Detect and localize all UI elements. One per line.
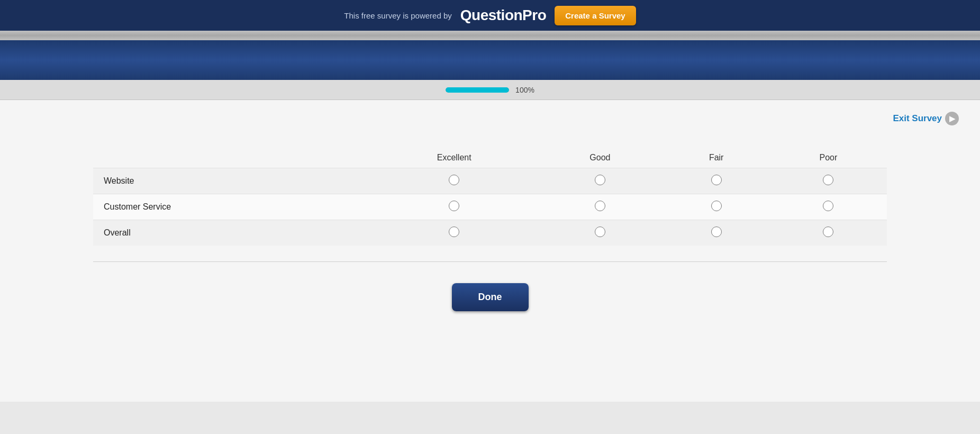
top-banner: This free survey is powered by QuestionP… [0,0,980,31]
radio-poor-0[interactable] [823,175,833,185]
radio-poor-2[interactable] [823,227,833,237]
create-survey-button[interactable]: Create a Survey [555,6,636,25]
divider-line [93,261,887,262]
progress-fill [446,87,509,93]
row-option-cell[interactable] [663,194,769,220]
row-label: Website [93,168,371,194]
radio-excellent-1[interactable] [449,201,459,211]
table-header-row: Excellent Good Fair Poor [93,148,887,168]
survey-content: Exit Survey ▶ Excellent Good Fair Poor W… [0,100,980,402]
row-option-cell[interactable] [371,168,537,194]
header-poor: Poor [770,148,887,168]
row-option-cell[interactable] [663,220,769,246]
header-excellent: Excellent [371,148,537,168]
radio-fair-2[interactable] [711,227,722,237]
row-option-cell[interactable] [537,168,663,194]
row-option-cell[interactable] [770,168,887,194]
row-option-cell[interactable] [770,194,887,220]
gray-band [0,31,980,40]
header-fair: Fair [663,148,769,168]
progress-label: 100% [515,86,534,94]
rating-table: Excellent Good Fair Poor WebsiteCustomer… [93,148,887,246]
brand-name: QuestionPro [460,7,547,24]
radio-fair-0[interactable] [711,175,722,185]
progress-track [446,87,509,93]
row-option-cell[interactable] [770,220,887,246]
radio-poor-1[interactable] [823,201,833,211]
done-btn-wrapper: Done [21,283,959,311]
row-label: Overall [93,220,371,246]
radio-good-2[interactable] [595,227,605,237]
header-row-label [93,148,371,168]
radio-excellent-2[interactable] [449,227,459,237]
radio-fair-1[interactable] [711,201,722,211]
radio-excellent-0[interactable] [449,175,459,185]
row-option-cell[interactable] [371,194,537,220]
progress-area: 100% [0,80,980,100]
done-button[interactable]: Done [452,283,529,311]
exit-arrow-icon: ▶ [945,112,959,125]
header-good: Good [537,148,663,168]
row-option-cell[interactable] [371,220,537,246]
powered-by-text: This free survey is powered by [344,11,451,20]
row-option-cell[interactable] [663,168,769,194]
row-option-cell[interactable] [537,194,663,220]
table-row: Website [93,168,887,194]
table-row: Overall [93,220,887,246]
exit-survey-link[interactable]: Exit Survey ▶ [893,112,959,125]
row-option-cell[interactable] [537,220,663,246]
blue-header-band [0,40,980,80]
exit-survey-text: Exit Survey [893,113,942,124]
radio-good-1[interactable] [595,201,605,211]
radio-good-0[interactable] [595,175,605,185]
row-label: Customer Service [93,194,371,220]
table-row: Customer Service [93,194,887,220]
